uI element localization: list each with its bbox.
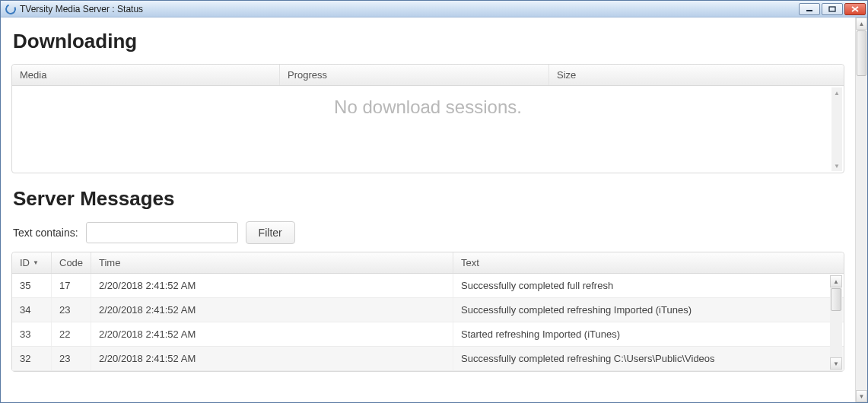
close-button[interactable] — [844, 3, 866, 15]
messages-body: 35172/20/2018 2:41:52 AMSuccessfully com… — [12, 274, 844, 371]
downloads-empty-text: No download sessions. — [334, 97, 522, 118]
maximize-icon — [828, 6, 836, 12]
scroll-down-icon[interactable]: ▼ — [831, 160, 842, 171]
filter-input[interactable] — [86, 222, 238, 243]
scroll-down-icon[interactable]: ▼ — [830, 357, 842, 370]
client-area: Downloading Media Progress Size No downl… — [1, 17, 867, 402]
cell-time: 2/20/2018 2:41:52 AM — [91, 274, 453, 297]
column-code[interactable]: Code — [52, 252, 91, 273]
maximize-button[interactable] — [822, 3, 843, 15]
cell-code: 22 — [52, 322, 91, 346]
window-title: TVersity Media Server : Status — [20, 4, 143, 14]
downloads-body: No download sessions. ▲ ▼ — [12, 86, 844, 173]
app-window: TVersity Media Server : Status Downloadi… — [0, 0, 868, 403]
svg-rect-0 — [806, 10, 812, 11]
cell-text: Started refreshing Imported (iTunes) — [453, 322, 844, 346]
cell-text: Successfully completed refreshing Import… — [453, 298, 844, 322]
downloads-header: Media Progress Size — [12, 65, 844, 86]
column-media[interactable]: Media — [12, 65, 280, 85]
column-progress[interactable]: Progress — [280, 65, 549, 85]
cell-time: 2/20/2018 2:41:52 AM — [91, 298, 453, 322]
cell-id: 33 — [12, 322, 52, 346]
filter-row: Text contains: Filter — [13, 221, 844, 244]
cell-text: Successfully completed full refresh — [453, 274, 844, 297]
cell-code: 17 — [52, 274, 91, 297]
scroll-up-icon[interactable]: ▲ — [831, 87, 842, 98]
filter-button[interactable]: Filter — [246, 221, 295, 244]
column-size[interactable]: Size — [549, 65, 844, 85]
messages-header: ID ▼ Code Time Text — [12, 252, 844, 274]
cell-text: Successfully completed refreshing C:\Use… — [453, 347, 844, 370]
table-row[interactable]: 32232/20/2018 2:41:52 AMSuccessfully com… — [12, 347, 844, 371]
messages-scrollbar[interactable]: ▲ ▼ — [830, 275, 842, 370]
table-row[interactable]: 34232/20/2018 2:41:52 AMSuccessfully com… — [12, 298, 844, 322]
svg-rect-1 — [829, 7, 835, 11]
scroll-down-icon[interactable]: ▼ — [856, 390, 867, 402]
column-time[interactable]: Time — [91, 252, 453, 273]
downloads-scrollbar[interactable]: ▲ ▼ — [831, 87, 842, 171]
page-scrollbar[interactable]: ▲ ▼ — [855, 17, 867, 402]
cell-code: 23 — [52, 347, 91, 370]
downloading-heading: Downloading — [13, 30, 844, 53]
content: Downloading Media Progress Size No downl… — [1, 17, 855, 402]
column-text[interactable]: Text — [453, 252, 844, 273]
window-controls — [799, 3, 866, 15]
table-row[interactable]: 33222/20/2018 2:41:52 AMStarted refreshi… — [12, 322, 844, 347]
app-icon — [4, 2, 17, 16]
scroll-up-icon[interactable]: ▲ — [856, 17, 867, 30]
close-icon — [851, 6, 859, 12]
cell-time: 2/20/2018 2:41:52 AM — [91, 347, 453, 370]
titlebar[interactable]: TVersity Media Server : Status — [1, 1, 867, 17]
messages-panel: ID ▼ Code Time Text 35172/20/2018 2:41:5… — [11, 252, 844, 372]
column-id-label: ID — [20, 257, 30, 268]
minimize-icon — [806, 6, 813, 12]
table-row[interactable]: 35172/20/2018 2:41:52 AMSuccessfully com… — [12, 274, 844, 298]
cell-time: 2/20/2018 2:41:52 AM — [91, 322, 453, 346]
cell-id: 34 — [12, 298, 52, 322]
scroll-thumb[interactable] — [831, 288, 841, 311]
server-messages-heading: Server Messages — [13, 187, 844, 211]
cell-id: 32 — [12, 347, 52, 370]
cell-code: 23 — [52, 298, 91, 322]
cell-id: 35 — [12, 274, 52, 297]
scroll-up-icon[interactable]: ▲ — [830, 275, 842, 287]
scroll-thumb[interactable] — [857, 30, 866, 76]
downloads-panel: Media Progress Size No download sessions… — [11, 64, 844, 173]
minimize-button[interactable] — [799, 3, 820, 15]
sort-desc-icon: ▼ — [33, 259, 39, 266]
filter-label: Text contains: — [13, 227, 78, 239]
column-id[interactable]: ID ▼ — [12, 252, 52, 273]
